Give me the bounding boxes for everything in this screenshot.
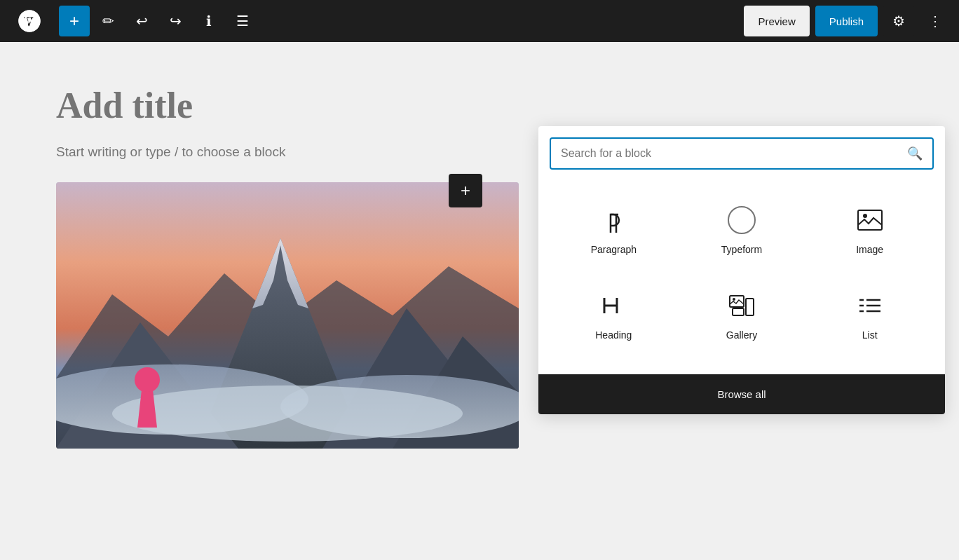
block-inserter-panel: 🔍 Paragraph Typeform xyxy=(538,126,945,414)
block-item-heading[interactable]: Heading xyxy=(550,272,678,357)
toolbar-right: Preview Publish ⚙ ⋮ xyxy=(744,6,951,36)
toolbar: W + ✏ ↩ ↪ ℹ ☰ Preview Publish ⚙ ⋮ xyxy=(0,0,959,42)
typeform-icon xyxy=(725,203,759,237)
edit-icon: ✏ xyxy=(102,13,114,29)
block-search-input[interactable] xyxy=(561,147,900,160)
block-item-paragraph[interactable]: Paragraph xyxy=(550,186,678,272)
wp-logo[interactable]: W xyxy=(8,0,50,42)
svg-point-11 xyxy=(112,385,463,442)
edit-button[interactable]: ✏ xyxy=(93,6,123,36)
block-item-gallery[interactable]: Gallery xyxy=(678,272,806,357)
search-icon: 🔍 xyxy=(907,146,923,161)
plus-icon: + xyxy=(69,11,79,31)
svg-rect-20 xyxy=(730,296,744,307)
list-icon xyxy=(853,289,887,322)
list-view-icon: ☰ xyxy=(236,13,249,29)
undo-button[interactable]: ↩ xyxy=(126,6,157,36)
blocks-grid: Paragraph Typeform Image xyxy=(538,170,945,369)
redo-icon: ↪ xyxy=(170,13,182,29)
paragraph-icon xyxy=(597,203,630,237)
heading-icon xyxy=(597,289,630,322)
image-block xyxy=(56,182,519,449)
image-icon xyxy=(853,203,887,237)
add-block-button[interactable]: + xyxy=(449,174,482,207)
svg-point-12 xyxy=(135,367,160,392)
list-view-button[interactable]: ☰ xyxy=(227,6,258,36)
svg-point-16 xyxy=(863,214,867,218)
info-icon: ℹ xyxy=(206,13,212,29)
add-block-toolbar-button[interactable]: + xyxy=(59,6,90,36)
browse-all-button[interactable]: Browse all xyxy=(538,374,945,414)
settings-icon: ⚙ xyxy=(892,13,905,29)
settings-button[interactable]: ⚙ xyxy=(883,6,914,36)
main-area: Add title Start writing or type / to cho… xyxy=(0,42,959,560)
svg-text:W: W xyxy=(24,15,35,27)
svg-rect-15 xyxy=(858,210,882,230)
plus-icon: + xyxy=(461,181,470,200)
block-item-list[interactable]: List xyxy=(805,272,934,357)
svg-rect-22 xyxy=(733,308,744,315)
redo-button[interactable]: ↪ xyxy=(160,6,191,36)
info-button[interactable]: ℹ xyxy=(193,6,224,36)
image-label: Image xyxy=(856,244,883,255)
search-box: 🔍 xyxy=(550,137,934,170)
publish-button[interactable]: Publish xyxy=(815,6,878,36)
heading-label: Heading xyxy=(595,329,632,341)
more-options-button[interactable]: ⋮ xyxy=(920,6,951,36)
typeform-label: Typeform xyxy=(721,244,762,255)
list-label: List xyxy=(862,329,878,341)
block-item-typeform[interactable]: Typeform xyxy=(678,186,806,272)
gallery-icon xyxy=(725,289,759,322)
more-options-icon: ⋮ xyxy=(928,13,942,29)
svg-rect-23 xyxy=(746,299,754,315)
gallery-label: Gallery xyxy=(726,329,757,341)
undo-icon: ↩ xyxy=(136,13,148,29)
post-title[interactable]: Add title xyxy=(56,84,903,128)
search-area: 🔍 xyxy=(538,126,945,170)
svg-point-21 xyxy=(733,298,735,301)
block-item-image[interactable]: Image xyxy=(805,186,934,272)
paragraph-label: Paragraph xyxy=(591,244,637,255)
preview-button[interactable]: Preview xyxy=(744,6,809,36)
